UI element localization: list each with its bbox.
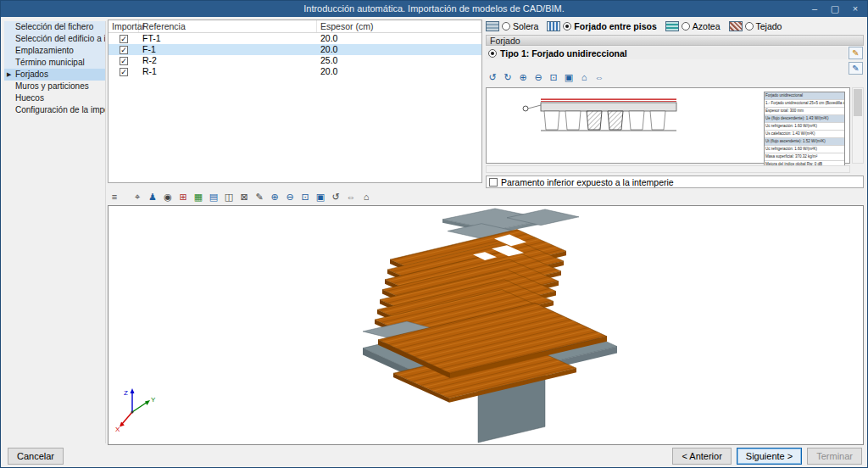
delete-icon[interactable]: ⊠ [237,190,251,203]
radio-solera[interactable] [502,22,510,31]
minimize-button[interactable]: – [804,2,825,16]
forjado-group-header: Forjado [486,35,864,46]
option-solera[interactable]: Solera [486,21,538,31]
option-tejado[interactable]: Tejado [729,21,782,31]
layers-icon[interactable]: ≡ [108,190,121,203]
drawing-toolbar: ↺ ↻ ⊕ ⊖ ⊡ ▣ ⌂ ⇔ [486,70,606,85]
radio-azotea[interactable] [682,22,690,31]
referencia-cell: FT-1 [139,33,317,44]
orbit-left-icon[interactable]: ↺ [486,70,499,84]
preview-horizontal-scrollbar[interactable] [486,165,850,173]
edit-icon[interactable]: ✎ [253,190,266,203]
import-checkbox[interactable]: ✓ [120,57,128,65]
sidebar-item-huecos[interactable]: Huecos [4,92,105,104]
sidebar-item-forjados[interactable]: ▶ Forjados [4,69,105,81]
close-button[interactable]: × [845,2,865,16]
sidebar-item-seleccion-edificio[interactable]: Selección del edificio a importar [4,33,105,45]
cancel-button[interactable]: Cancelar [8,448,64,465]
grid-red-icon[interactable]: ⊞ [176,190,190,203]
zoom-out-icon[interactable]: ⊖ [531,70,545,84]
sidebar-item-termino-municipal[interactable]: Término municipal [4,57,105,69]
viewport-toolbar: ≡ ⌖ ♟ ◉ ⊞ ▦ ▤ ◫ ⊠ ✎ ⊕ ⊖ ⊡ ▣ ↺ ⇔ ⌂ [108,189,373,203]
finish-button[interactable]: Terminar [807,448,862,465]
home-view-icon[interactable]: ⌂ [577,70,591,84]
zoom-in-icon[interactable]: ⊕ [268,190,281,203]
radio-tipo-1[interactable] [488,49,497,58]
solera-icon [486,21,499,31]
table-row[interactable]: ✓ R-2 25.0 [108,55,481,66]
slab-properties-panel: Solera Forjado entre pisos Azotea Tejado [486,20,864,187]
import-checkbox[interactable]: ✓ [120,46,128,54]
column-header-espesor: Espesor (cm) [317,20,481,32]
table-row[interactable]: ✓ FT-1 20.0 [108,33,481,44]
zoom-out-icon[interactable]: ⊖ [283,190,297,203]
pan-icon[interactable]: ⇔ [344,190,358,203]
model-3d-viewport[interactable]: Z Y X [108,205,864,445]
radio-forjado-entre-pisos[interactable] [563,22,571,31]
sidebar-item-configuracion[interactable]: Configuración de la importación [4,104,105,116]
dialog-window: Introducción automática. Importación de … [0,0,868,468]
home-view-icon[interactable]: ⌂ [359,190,373,203]
sidebar-item-emplazamiento[interactable]: Emplazamiento [4,45,105,57]
eye-icon[interactable]: ◉ [161,190,175,203]
edit-description-button[interactable]: ✎ [849,62,863,75]
orbit-right-icon[interactable]: ↻ [501,70,515,84]
zoom-window-icon[interactable]: ⊡ [298,190,312,203]
person-icon[interactable]: ♟ [146,190,159,203]
zoom-extents-icon[interactable]: ▣ [562,70,576,84]
wizard-steps-sidebar: Selección del fichero Selección del edif… [4,21,106,443]
maximize-button[interactable]: ▢ [825,2,845,16]
title-bar: Introducción automática. Importación de … [1,1,867,17]
column-header-importar: Importar [108,20,139,32]
paramento-checkbox[interactable]: ✓ [489,178,498,187]
slab-type-row[interactable]: Tipo 1: Forjado unidireccional [486,47,847,59]
espesor-cell: 20.0 [317,44,481,55]
zoom-window-icon[interactable]: ⊡ [547,70,560,84]
footer-bar: Cancelar < Anterior Siguiente > Terminar [1,445,867,467]
table-header: Importar Referencia Espesor (cm) [108,20,481,33]
slab-section-preview: Forjado unidireccional 1.- Forjado unidi… [486,87,850,164]
zoom-extents-icon[interactable]: ▣ [314,190,327,203]
svg-text:Y: Y [151,396,156,404]
table-row-selected[interactable]: ✓ F-1 20.0 [108,44,481,55]
slab-section-drawing [520,97,690,148]
espesor-cell: 20.0 [317,66,481,77]
axis-triad: Z Y X [114,385,158,432]
next-button[interactable]: Siguiente > [737,448,802,465]
forjado-entre-pisos-icon [547,21,560,31]
referencia-cell: F-1 [139,44,317,55]
grid-green-icon[interactable]: ▦ [192,190,205,203]
table-row[interactable]: ✓ R-1 20.0 [108,66,481,77]
current-step-arrow-icon: ▶ [7,69,11,81]
orbit-icon[interactable]: ↺ [329,190,342,203]
edit-type-button[interactable]: ✎ [849,47,863,59]
column-header-referencia: Referencia [139,20,317,32]
slab-type-options: Solera Forjado entre pisos Azotea Tejado [486,20,864,33]
previous-button[interactable]: < Anterior [672,448,731,465]
zoom-in-icon[interactable]: ⊕ [516,70,530,84]
sidebar-item-muros-particiones[interactable]: Muros y particiones [4,81,105,92]
panel-icon[interactable]: ◫ [222,190,236,203]
sidebar-item-seleccion-fichero[interactable]: Selección del fichero [4,21,105,33]
azotea-icon [665,21,679,31]
pan-icon[interactable]: ⇔ [593,70,606,84]
select-icon[interactable]: ⌖ [131,190,144,203]
preview-vertical-scrollbar[interactable] [852,87,864,164]
slab-legend-table: Forjado unidireccional 1.- Forjado unidi… [764,92,845,170]
option-azotea[interactable]: Azotea [665,21,721,31]
espesor-cell: 25.0 [317,55,481,66]
slab-type-label: Tipo 1: Forjado unidireccional [500,48,627,58]
exposed-bottom-option[interactable]: ✓ Paramento inferior expuesto a la intem… [486,176,864,188]
table-icon[interactable]: ▤ [207,190,220,203]
espesor-cell: 20.0 [317,33,481,44]
import-checkbox[interactable]: ✓ [120,68,128,76]
referencia-cell: R-1 [139,66,317,77]
paramento-checkbox-label[interactable]: Paramento inferior expuesto a la intempe… [501,177,674,187]
radio-tejado[interactable] [745,22,754,31]
window-title: Introducción automática. Importación de … [303,3,565,14]
referencia-cell: R-2 [139,55,317,66]
import-checkbox[interactable]: ✓ [120,35,128,43]
option-forjado-entre-pisos[interactable]: Forjado entre pisos [547,21,656,31]
svg-text:Z: Z [124,389,128,397]
slab-table: Importar Referencia Espesor (cm) ✓ FT-1 … [108,20,482,183]
